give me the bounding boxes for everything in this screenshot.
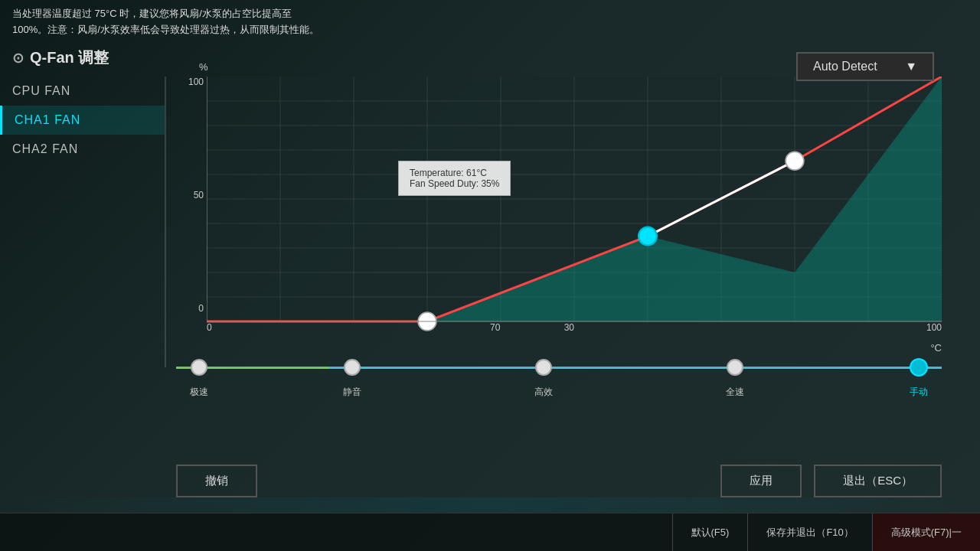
- status-advanced[interactable]: 高级模式(F7)|一: [872, 514, 980, 551]
- y-label-0: 0: [198, 303, 204, 314]
- label-jing: 静音: [343, 386, 361, 399]
- label-quansu: 全速: [726, 386, 744, 399]
- x-label-0: 0: [207, 322, 212, 333]
- y-axis-label: %: [199, 61, 208, 73]
- status-save-exit[interactable]: 保存并退出（F10）: [747, 514, 871, 551]
- slider-labels: 极速 静音 高效 全速 手动: [176, 386, 942, 401]
- qfan-title: ⊙ Q-Fan 调整: [12, 47, 109, 68]
- apply-button[interactable]: 应用: [720, 465, 802, 497]
- bottom-decoration: [0, 497, 980, 513]
- status-bar: 默认(F5) 保存并退出（F10） 高级模式(F7)|一: [0, 513, 980, 551]
- warning-text: 当处理器温度超过 75°C 时，建议您将风扇/水泵的占空比提高至 100%。注意…: [0, 0, 332, 44]
- label-gaoxiao: 高效: [534, 386, 553, 399]
- auto-detect-button[interactable]: Auto Detect ▼: [796, 52, 934, 81]
- cancel-button[interactable]: 撤销: [176, 465, 257, 497]
- fan-item-cha1[interactable]: CHA1 FAN: [0, 106, 165, 135]
- fan-item-cha2[interactable]: CHA2 FAN: [0, 135, 165, 164]
- svg-point-25: [786, 152, 804, 170]
- fan-item-cpu[interactable]: CPU FAN: [0, 77, 165, 106]
- chart-svg: [207, 77, 942, 349]
- qfan-icon: ⊙: [12, 50, 24, 67]
- x-label-30: 30: [564, 322, 574, 333]
- fan-mode-slider[interactable]: 极速 静音 高效 全速 手动: [176, 352, 942, 401]
- slider-dot-jing[interactable]: [344, 359, 361, 376]
- slider-dot-gaoxiao[interactable]: [535, 359, 552, 376]
- sidebar-divider: [165, 77, 166, 367]
- x-axis-labels: 0 30 70 100: [207, 322, 942, 333]
- slider-dot-shoudong[interactable]: [910, 358, 928, 377]
- y-label-100: 100: [188, 77, 204, 87]
- y-label-50: 50: [194, 190, 204, 201]
- label-jisu: 极速: [190, 386, 208, 399]
- x-label-70: 70: [490, 322, 500, 333]
- slider-dot-jisu[interactable]: [191, 359, 207, 376]
- right-buttons: 应用 退出（ESC）: [720, 465, 942, 497]
- svg-point-24: [639, 227, 657, 246]
- status-default[interactable]: 默认(F5): [672, 514, 748, 551]
- slider-dot-quansu[interactable]: [727, 359, 743, 376]
- x-label-100: 100: [926, 322, 942, 333]
- dropdown-arrow-icon: ▼: [905, 60, 917, 73]
- label-shoudong: 手动: [910, 386, 928, 399]
- exit-button[interactable]: 退出（ESC）: [814, 465, 942, 497]
- slider-track: [176, 367, 942, 369]
- fan-list: CPU FAN CHA1 FAN CHA2 FAN: [0, 77, 165, 164]
- y-axis-labels: 100 50 0: [176, 77, 207, 314]
- bottom-buttons: 撤销 应用 退出（ESC）: [176, 465, 942, 497]
- fan-curve-chart: % 100 50 0: [176, 77, 942, 337]
